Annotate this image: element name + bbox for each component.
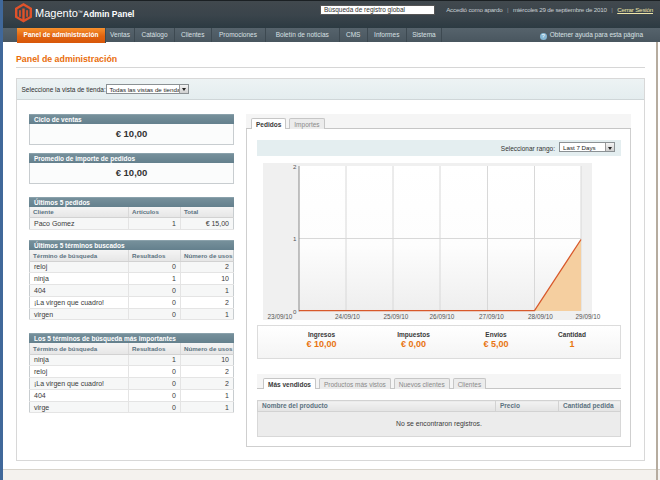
- svg-text:0: 0: [293, 308, 297, 315]
- svg-text:26/09/10: 26/09/10: [430, 313, 455, 320]
- svg-text:24/09/10: 24/09/10: [335, 313, 360, 320]
- svg-text:28/09/10: 28/09/10: [528, 313, 553, 320]
- svg-text:25/09/10: 25/09/10: [384, 313, 409, 320]
- svg-text:23/09/10: 23/09/10: [268, 313, 293, 320]
- svg-text:27/09/10: 27/09/10: [479, 313, 504, 320]
- svg-text:1: 1: [293, 235, 297, 242]
- svg-text:29/09/10: 29/09/10: [576, 313, 601, 320]
- svg-text:2: 2: [293, 163, 297, 170]
